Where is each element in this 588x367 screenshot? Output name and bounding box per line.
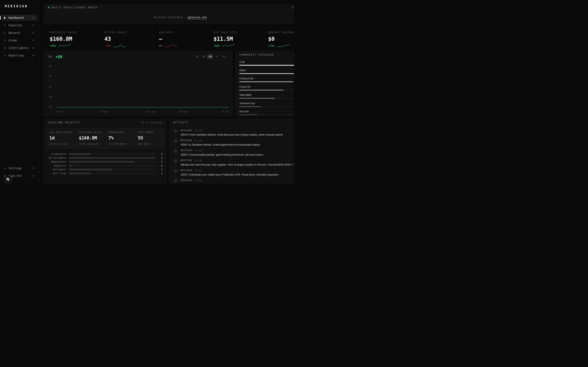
pipeline-stage-list: Origination 1 Due Diligence 4 <box>47 152 163 175</box>
kpi-card: ACTIVE DEALS 43 -10% <box>98 27 153 48</box>
event-icon-box: ! <box>173 169 178 173</box>
kpi-card: PORTFOLIO VALUE $160.8M +56% <box>44 27 98 48</box>
alert-circle-icon: ! <box>174 150 177 152</box>
square-icon <box>4 25 5 26</box>
event-text: SENT: Anthracite ask, trader buys FOB/se… <box>181 173 294 176</box>
stage-bar-fill <box>69 157 155 159</box>
pipeline-velocity-panel: PIPELINE VELOCITY 43 in pipeline AVG DAY… <box>44 119 166 184</box>
activity-item[interactable]: ! MESSAGE 1w ago SENT: Cocoa/vanilla par… <box>173 149 294 159</box>
generate-one-link[interactable]: generate one <box>188 16 207 19</box>
pipeline-stage-row[interactable]: Due Diligence 4 <box>47 156 163 160</box>
y-axis-tick: $1 <box>49 75 52 78</box>
daily-brief-title: DAILY INTELLIGENCE BRIEF <box>52 6 98 9</box>
sidebar-item-label: Reporting <box>9 54 32 57</box>
stage-label: Post-Trade <box>47 172 66 175</box>
stage-bar-fill <box>69 173 91 174</box>
event-type: MESSAGE <box>181 129 192 132</box>
sidebar-footer-item[interactable]: Settings ST <box>2 165 37 171</box>
time-range-button[interactable]: ALL <box>221 54 228 59</box>
stage-bar-fill <box>69 169 112 170</box>
stage-bar-track <box>69 169 155 170</box>
time-range-button[interactable]: 3M <box>200 54 207 59</box>
event-icon-box: ! <box>173 149 178 153</box>
commodity-bar-fill <box>239 98 275 99</box>
alert-circle-icon: ! <box>174 130 177 132</box>
event-text: REPLY from Zambian friends: Gold Moscow … <box>181 133 294 136</box>
pnl-total: +$0 <box>56 54 62 59</box>
time-range-button[interactable]: 1Y <box>214 54 220 59</box>
generate-now-button[interactable]: GENERATE NOW <box>292 6 294 9</box>
commodity-bar-track <box>239 81 294 82</box>
kpi-label: WIN RATE <box>159 31 206 34</box>
alert-circle-icon: ! <box>174 170 177 172</box>
stage-bar-fill <box>69 153 91 155</box>
square-icon <box>4 55 5 56</box>
pipeline-stage-row[interactable]: Origination 1 <box>47 152 163 156</box>
sidebar-item[interactable]: Pipeline PL <box>2 22 37 28</box>
sidebar-item-label: Dashboard <box>9 16 32 19</box>
event-text: SENT: New supplier at CFR $130-135, anth… <box>181 183 294 184</box>
sidebar-item-shortcut: NT <box>32 32 35 34</box>
event-timestamp: 1w ago <box>195 179 202 182</box>
pipeline-stage-row[interactable]: Post-Trade 1 <box>47 171 163 175</box>
commodity-row[interactable]: Coal $39.2M 24% <box>239 60 294 66</box>
commodity-bar-track <box>239 106 294 107</box>
pipeline-stage-row[interactable]: Settlement 2 <box>47 167 163 171</box>
sidebar-item[interactable]: Intelligence IN <box>2 45 37 51</box>
event-timestamp: 1w ago <box>195 149 202 151</box>
commodity-name: Coking Coal <box>239 77 253 80</box>
stage-count: 1 <box>158 172 163 175</box>
event-timestamp: 1w ago <box>195 129 202 132</box>
activity-item[interactable]: ! MESSAGE 1w ago SENT: Anthracite ask, t… <box>173 169 294 179</box>
commodity-row[interactable]: Thermal Coal $11.4M 7% <box>239 102 294 107</box>
commodity-row[interactable]: Steel Billet $18.7M 12% <box>239 93 294 99</box>
sidebar-item[interactable]: Dashboard DB <box>2 15 37 21</box>
x-axis-tick: 18 Feb <box>178 110 187 113</box>
kpi-sparkline <box>277 44 290 47</box>
stage-count: 2 <box>158 168 163 171</box>
kpi-value: 43 <box>104 36 151 42</box>
pnl-chart: $1 $1 $1 $0 $0 <box>56 66 229 107</box>
commodity-row[interactable]: Crude Oil $23.4M 15% <box>239 85 294 91</box>
sidebar-item[interactable]: Reporting RP <box>2 52 37 58</box>
commodity-row[interactable]: Other $29.9M 19% <box>239 69 294 74</box>
activity-list: ! MESSAGE 1w ago REPLY from Zambian frie… <box>169 126 294 184</box>
sidebar-item[interactable]: Globe GL <box>2 37 37 43</box>
velocity-meta: 43 in pipeline <box>141 121 163 124</box>
stage-bar-track <box>69 161 155 163</box>
stage-bar-fill <box>69 165 72 167</box>
pipeline-stage-row[interactable]: Negotiation 3 <box>47 160 163 164</box>
kpi-card: AVG DEAL SIZE $11.5M +56% <box>208 27 262 48</box>
activity-item[interactable]: ! MESSAGE 1w ago REPLY from Zambian frie… <box>173 129 294 139</box>
stage-bar-track <box>69 157 155 159</box>
time-range-button[interactable]: 6M <box>207 54 213 59</box>
commodity-row[interactable]: Iron Ore $9.6M 6% <box>239 110 294 115</box>
y-axis-tick: $1 <box>49 65 52 67</box>
stat-sublabel: to settlement <box>108 142 131 145</box>
square-icon <box>4 40 5 41</box>
kpi-delta: 0% <box>159 44 162 47</box>
stage-label: Logistics <box>47 164 66 167</box>
commodity-name: Thermal Coal <box>239 102 255 105</box>
pipeline-stage-row[interactable]: Logistics 0 <box>47 164 163 167</box>
kpi-row: PORTFOLIO VALUE $160.8M +56% ACTIVE DEAL… <box>44 27 294 48</box>
commodity-list: Coal $39.2M 24% Other $29.9M 1 <box>236 58 294 118</box>
stage-bar-fill <box>69 161 134 163</box>
dev-badge[interactable]: N <box>4 175 12 183</box>
sidebar-item[interactable]: Network NT <box>2 30 37 36</box>
activity-item[interactable]: ! MEETING 1w ago Nikolai met new Russian… <box>173 159 294 169</box>
commodity-row[interactable]: Coking Coal $28.6M 18% <box>239 77 294 82</box>
time-range-button[interactable]: 1M <box>194 54 200 59</box>
stat-value: 55 <box>138 136 161 141</box>
event-type: MEETING <box>181 159 192 162</box>
y-axis-tick: $0 <box>49 95 52 98</box>
chart-gridline: $1 <box>56 76 229 76</box>
commodity-bar-track <box>239 73 294 74</box>
event-icon-box: ! <box>173 129 178 133</box>
daily-brief-panel: DAILY INTELLIGENCE BRIEF GENERATE NOW No… <box>44 4 294 24</box>
commodity-name: Other <box>239 69 246 72</box>
kpi-label: PORTFOLIO VALUE <box>50 31 96 34</box>
activity-item[interactable]: ! MESSAGE 1w ago SENT: New supplier at C… <box>173 179 294 184</box>
activity-item[interactable]: ! MESSAGE 1w ago SENT to Zambian friends… <box>173 139 294 149</box>
time-range-selector: 1M3M6M1YALL <box>194 54 228 59</box>
